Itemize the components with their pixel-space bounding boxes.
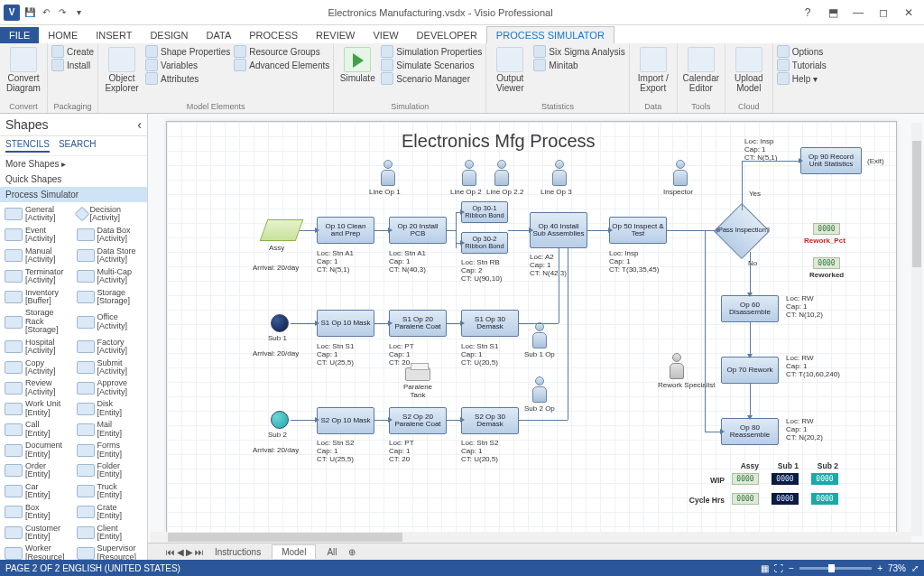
advanced-elements-button[interactable]: Advanced Elements xyxy=(234,59,329,71)
tab-view[interactable]: VIEW xyxy=(364,27,407,43)
vertical-scrollbar[interactable] xyxy=(911,123,922,536)
inspector-icon[interactable] xyxy=(672,160,688,186)
zoom-out-icon[interactable]: − xyxy=(789,563,794,573)
wip-sub2[interactable]: 0000 xyxy=(811,473,838,485)
shape-item[interactable]: Box[Entity] xyxy=(2,502,74,523)
shape-item[interactable]: Terminator[Activity] xyxy=(2,266,74,287)
shape-item[interactable]: Storage Rack[Storage] xyxy=(2,307,74,336)
wip-sub1[interactable]: 0000 xyxy=(772,473,799,485)
qat-undo-icon[interactable]: ↶ xyxy=(40,6,52,19)
options-button[interactable]: Options xyxy=(777,45,827,58)
wip-assy[interactable]: 0000 xyxy=(732,473,759,485)
op30-2-box[interactable]: Op 30-2 Ribbon Bond xyxy=(461,232,508,254)
shape-properties-button[interactable]: Shape Properties xyxy=(145,45,230,58)
shape-item[interactable]: Approve[Activity] xyxy=(74,377,146,398)
convert-diagram-button[interactable]: Convert Diagram xyxy=(4,45,43,95)
shape-item[interactable]: Disk[Entity] xyxy=(74,398,146,419)
shape-list[interactable]: General[Activity]Decision[Activity]Event… xyxy=(0,202,147,560)
shape-item[interactable]: Manual[Activity] xyxy=(2,246,74,266)
zoom-slider[interactable] xyxy=(799,567,872,570)
shape-item[interactable]: Inventory[Buffer] xyxy=(2,287,74,308)
cycle-assy[interactable]: 0000 xyxy=(732,493,759,505)
object-explorer-button[interactable]: Object Explorer xyxy=(102,45,142,95)
zoom-in-icon[interactable]: + xyxy=(877,563,882,573)
tab-file[interactable]: FILE xyxy=(0,27,39,43)
shape-item[interactable]: Mail[Entity] xyxy=(74,419,146,440)
pass-inspection-decision[interactable]: Pass Inspection? xyxy=(714,203,770,259)
shape-item[interactable]: Decision[Activity] xyxy=(74,204,146,225)
presentation-mode-icon[interactable]: ▦ xyxy=(761,563,769,573)
qat-more-icon[interactable]: ▾ xyxy=(72,6,85,19)
zoom-percent[interactable]: 73% xyxy=(888,563,906,573)
output-viewer-button[interactable]: Output Viewer xyxy=(490,45,530,95)
shape-item[interactable]: Hospital[Activity] xyxy=(2,337,74,358)
shape-item[interactable]: Call[Entity] xyxy=(2,419,74,440)
shape-item[interactable]: Document[Entity] xyxy=(2,440,74,460)
sub1-op-icon[interactable] xyxy=(531,322,548,348)
sub1-start[interactable] xyxy=(271,314,289,332)
sub2-op-icon[interactable] xyxy=(531,376,548,403)
op50-box[interactable]: Op 50 Inspect & Test xyxy=(609,217,667,244)
sheet-instructions[interactable]: Instructions xyxy=(206,545,270,559)
shape-item[interactable]: Submit[Activity] xyxy=(74,358,146,378)
attributes-button[interactable]: Attributes xyxy=(145,72,230,85)
reworked-display[interactable]: 0000 xyxy=(813,257,840,269)
minitab-button[interactable]: Minitab xyxy=(533,59,624,71)
install-button[interactable]: Install xyxy=(51,59,94,71)
quick-shapes-link[interactable]: Quick Shapes xyxy=(0,172,147,187)
diagram-title[interactable]: Electronics Mfg Process xyxy=(402,131,596,152)
nav-next-icon[interactable]: ▶ xyxy=(186,547,193,557)
line-op-2-2-icon[interactable] xyxy=(494,160,510,186)
upload-model-button[interactable]: Upload Model xyxy=(729,45,769,95)
visio-logo-icon[interactable]: V xyxy=(4,5,20,21)
paralene-tank-shape[interactable] xyxy=(405,367,430,381)
tutorials-button[interactable]: Tutorials xyxy=(777,59,827,71)
shape-item[interactable]: Office[Activity] xyxy=(74,307,146,336)
nav-prev-icon[interactable]: ◀ xyxy=(177,547,184,557)
shape-item[interactable]: Client[Entity] xyxy=(74,523,146,543)
s2op30-box[interactable]: S2 Op 30 Demask xyxy=(461,407,519,434)
tab-design[interactable]: DESIGN xyxy=(141,27,197,43)
tab-process-simulator[interactable]: PROCESS SIMULATOR xyxy=(486,26,614,43)
variables-button[interactable]: Variables xyxy=(145,59,230,71)
op30-1-box[interactable]: Op 30-1 Ribbon Bond xyxy=(461,201,508,223)
rework-specialist-icon[interactable] xyxy=(669,353,685,379)
op70-box[interactable]: Op 70 Rework xyxy=(721,357,779,384)
shape-item[interactable]: Truck[Entity] xyxy=(74,481,146,502)
cycle-sub1[interactable]: 0000 xyxy=(772,493,799,505)
simulate-button[interactable]: Simulate xyxy=(337,45,377,86)
shape-item[interactable]: Copy[Activity] xyxy=(2,358,74,378)
nav-first-icon[interactable]: ⏮ xyxy=(166,547,175,557)
tab-review[interactable]: REVIEW xyxy=(307,27,364,43)
shape-item[interactable]: Crate[Entity] xyxy=(74,502,146,523)
ribbon-collapse-icon[interactable]: ⬒ xyxy=(821,6,845,19)
process-simulator-stencil[interactable]: Process Simulator xyxy=(0,187,147,202)
shape-item[interactable]: Supervisor[Resource] xyxy=(74,543,146,560)
help-button[interactable]: Help▾ xyxy=(777,72,827,85)
nav-last-icon[interactable]: ⏭ xyxy=(195,547,204,557)
sub2-start[interactable] xyxy=(271,411,289,429)
shape-item[interactable]: Forms[Entity] xyxy=(74,440,146,460)
op80-box[interactable]: Op 80 Reassemble xyxy=(721,418,779,445)
simulate-scenarios-button[interactable]: Simulate Scenarios xyxy=(381,59,482,71)
op60-box[interactable]: Op 60 Disassemble xyxy=(721,295,779,322)
more-shapes-link[interactable]: More Shapes ▸ xyxy=(0,156,147,172)
scenario-manager-button[interactable]: Scenario Manager xyxy=(381,72,482,85)
tab-developer[interactable]: DEVELOPER xyxy=(408,27,486,43)
shape-item[interactable]: Car[Entity] xyxy=(2,481,74,502)
s1op10-box[interactable]: S1 Op 10 Mask xyxy=(317,310,374,337)
shape-item[interactable]: Customer[Entity] xyxy=(2,523,74,543)
s1op20-box[interactable]: S1 Op 20 Paralene Coat xyxy=(389,310,447,337)
op90-box[interactable]: Op 90 Record Unit Statistics xyxy=(800,147,862,174)
tab-data[interactable]: DATA xyxy=(198,27,241,43)
tab-home[interactable]: HOME xyxy=(39,27,87,43)
tab-insert[interactable]: INSERT xyxy=(87,27,141,43)
cycle-sub2[interactable]: 0000 xyxy=(811,493,838,505)
op10-box[interactable]: Op 10 Clean and Prep xyxy=(317,217,374,244)
shape-item[interactable]: Order[Entity] xyxy=(2,460,74,481)
rework-pct-display[interactable]: 0000 xyxy=(813,223,840,235)
shapes-tab-stencils[interactable]: STENCILS xyxy=(5,139,50,153)
assy-start-shape[interactable] xyxy=(260,219,304,241)
line-op-3-icon[interactable] xyxy=(551,160,568,186)
new-sheet-icon[interactable]: ⊕ xyxy=(348,547,356,557)
